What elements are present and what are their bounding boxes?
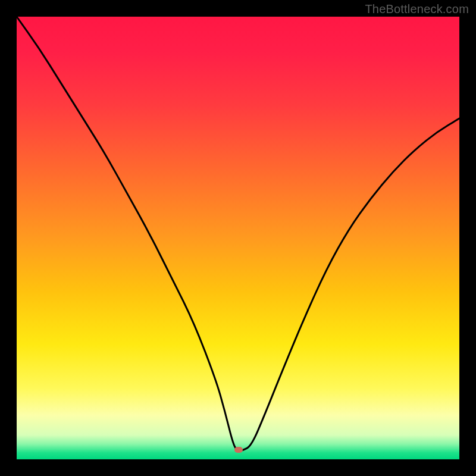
watermark-text: TheBottleneck.com [365, 2, 469, 16]
optimum-marker [234, 447, 243, 453]
bottleneck-curve [17, 17, 459, 459]
plot-area [17, 17, 459, 459]
chart-frame: TheBottleneck.com [0, 0, 476, 476]
